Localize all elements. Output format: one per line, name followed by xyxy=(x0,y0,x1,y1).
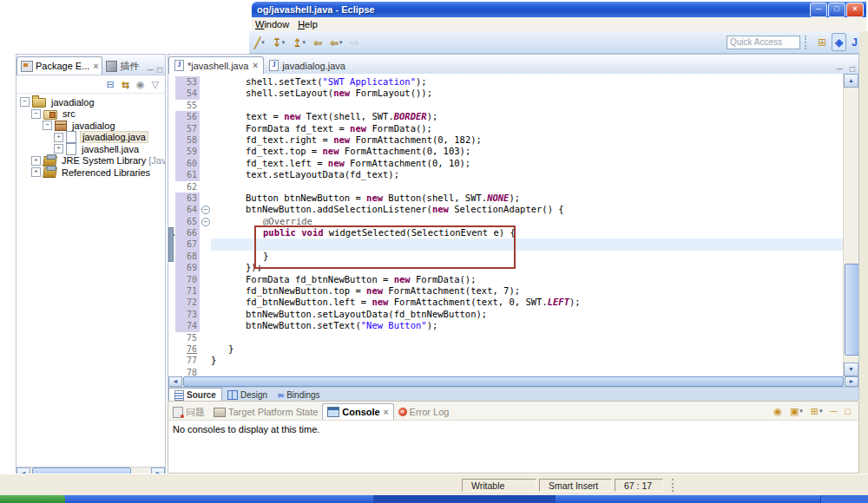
line-number[interactable]: 77 xyxy=(175,355,200,366)
gutter-marker-column[interactable] xyxy=(168,193,175,204)
line-number[interactable]: 74 xyxy=(175,320,200,331)
expander-icon[interactable]: + xyxy=(31,156,41,166)
dropdown-icon[interactable]: ▾ xyxy=(261,39,265,46)
gutter-marker-column[interactable] xyxy=(168,367,175,376)
fold-column[interactable] xyxy=(200,355,211,366)
link-with-editor-button[interactable]: ⇆ xyxy=(119,75,132,94)
gutter-marker-column[interactable] xyxy=(168,343,175,355)
code-text[interactable]: text = new Text(shell, SWT.BORDER); xyxy=(211,111,844,122)
fold-column[interactable] xyxy=(200,88,211,99)
line-number[interactable]: 75 xyxy=(175,332,200,343)
code-text[interactable]: btnNewButton.addSelectionListener(new Se… xyxy=(211,204,844,215)
tab-plugins[interactable]: 插件 xyxy=(102,57,142,75)
gutter-marker-column[interactable] xyxy=(168,146,175,157)
scroll-left-icon[interactable]: ◄ xyxy=(168,376,182,387)
tree-item-src[interactable]: −src xyxy=(16,108,165,121)
gutter-marker-column[interactable] xyxy=(168,309,175,320)
close-icon[interactable]: × xyxy=(93,62,98,71)
gutter-marker-column[interactable] xyxy=(168,274,175,285)
maximize-view-icon[interactable]: □ xyxy=(157,65,162,75)
fold-column[interactable] xyxy=(200,343,211,355)
line-number[interactable]: 61 xyxy=(175,169,200,180)
minimize-view-icon[interactable]: ─ xyxy=(148,65,154,75)
console-tab-error-log[interactable]: ×Error Log xyxy=(394,404,454,420)
open-perspective-button[interactable]: ⊞ xyxy=(814,33,830,51)
last-edit-location-button[interactable]: ╱▾ xyxy=(252,33,267,51)
line-number[interactable]: 62 xyxy=(175,181,200,193)
view-menu-button[interactable]: ▽ xyxy=(149,75,161,94)
line-number[interactable]: 59 xyxy=(175,146,200,157)
back-to-last-edit-button[interactable]: ⇦ xyxy=(311,33,325,51)
javaee-perspective-button[interactable]: ◈ xyxy=(832,33,846,51)
expander-icon[interactable]: + xyxy=(31,167,41,177)
fold-column[interactable] xyxy=(200,238,211,250)
code-text[interactable]: FormData fd_text = new FormData(); xyxy=(211,123,844,134)
gutter-marker-column[interactable] xyxy=(168,181,175,193)
line-number[interactable]: 65 xyxy=(175,216,200,227)
close-icon[interactable]: × xyxy=(253,61,258,70)
gutter-marker-column[interactable] xyxy=(168,134,175,146)
dropdown-icon[interactable]: ▾ xyxy=(799,408,803,415)
fold-column[interactable] xyxy=(200,320,211,331)
editor-tab-javadialog-java[interactable]: Jjavadialog.java xyxy=(264,57,351,74)
gutter-marker-column[interactable] xyxy=(168,355,175,366)
line-number[interactable]: 56 xyxy=(175,111,200,122)
code-text[interactable]: Button btnNewButton = new Button(shell, … xyxy=(211,193,844,204)
line-number[interactable]: 55 xyxy=(175,100,200,111)
previous-annotation-button[interactable]: ↥▾ xyxy=(290,33,308,51)
minimize-button[interactable]: ─ xyxy=(810,3,827,17)
fold-column[interactable] xyxy=(200,251,211,262)
gutter-marker-column[interactable] xyxy=(168,204,175,215)
line-number[interactable]: 68 xyxy=(175,251,200,262)
close-icon[interactable]: × xyxy=(384,408,389,417)
editor-hscrollbar[interactable]: ◄ ► xyxy=(168,376,858,387)
scrollbar-thumb[interactable] xyxy=(845,264,858,356)
fold-column[interactable] xyxy=(200,111,211,122)
gutter-marker-column[interactable] xyxy=(168,158,175,169)
gutter-marker-column[interactable] xyxy=(168,262,175,273)
collapse-all-button[interactable]: ⊟ xyxy=(103,75,116,94)
fold-column[interactable] xyxy=(200,76,211,88)
code-text[interactable]: shell.setText("SWT Application"); xyxy=(211,76,844,88)
taskbar-active-task[interactable] xyxy=(373,495,556,503)
editor-tab--javashell-java[interactable]: J*javashell.java× xyxy=(168,56,264,74)
tree-item-javadialog-java[interactable]: +javadialog.java xyxy=(16,132,165,144)
fold-column[interactable]: − xyxy=(200,204,211,215)
line-number[interactable]: 58 xyxy=(175,134,200,146)
tab-bindings[interactable]: ∞Bindings xyxy=(273,389,326,402)
tab-package-explorer[interactable]: Package E... × xyxy=(16,56,102,75)
code-text[interactable]: fd_text.right = new FormAttachment(0, 18… xyxy=(211,134,844,146)
line-number[interactable]: 63 xyxy=(175,193,200,204)
taskbar[interactable] xyxy=(0,495,868,503)
minimize-editor-icon[interactable]: ─ xyxy=(837,64,843,74)
maximize-editor-icon[interactable]: □ xyxy=(850,64,855,74)
line-number[interactable]: 69 xyxy=(175,262,200,273)
fold-column[interactable] xyxy=(200,146,211,157)
tree-item-javadialog[interactable]: −javadialog xyxy=(16,96,165,108)
line-number[interactable]: 73 xyxy=(175,309,200,320)
code-text[interactable]: fd_text.top = new FormAttachment(0, 103)… xyxy=(211,146,844,157)
console-tab-console[interactable]: Console× xyxy=(322,403,393,420)
line-number[interactable]: 54 xyxy=(175,88,200,99)
line-number[interactable]: 66 xyxy=(175,227,200,238)
fold-column[interactable] xyxy=(200,285,211,297)
close-button[interactable]: × xyxy=(846,3,864,17)
line-number[interactable]: 76 xyxy=(175,343,200,355)
line-number[interactable]: 70 xyxy=(175,274,200,285)
gutter-marker-column[interactable] xyxy=(168,88,175,99)
code-text[interactable]: fd_btnNewButton.top = new FormAttachment… xyxy=(211,285,844,297)
fold-column[interactable] xyxy=(200,193,211,204)
code-text[interactable]: shell.setLayout(new FormLayout()); xyxy=(211,88,844,99)
start-button-edge[interactable] xyxy=(0,495,65,503)
fold-column[interactable] xyxy=(200,332,211,343)
fold-column[interactable] xyxy=(200,181,211,193)
line-number[interactable]: 57 xyxy=(175,123,200,134)
line-number[interactable]: 64 xyxy=(175,204,200,215)
fold-column[interactable] xyxy=(200,123,211,134)
tab-source[interactable]: Source xyxy=(168,388,222,402)
gutter-marker-column[interactable] xyxy=(168,216,175,227)
fold-column[interactable] xyxy=(200,297,211,308)
expander-icon[interactable]: − xyxy=(43,121,52,130)
scroll-down-icon[interactable]: ▼ xyxy=(844,363,858,376)
next-annotation-button[interactable]: ↧▾ xyxy=(270,33,288,51)
